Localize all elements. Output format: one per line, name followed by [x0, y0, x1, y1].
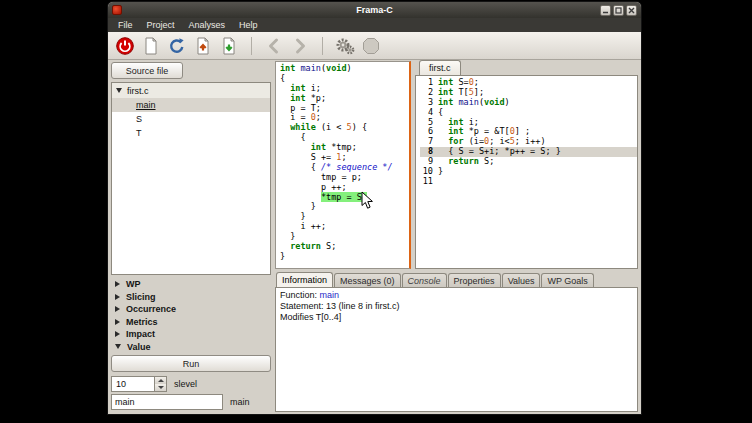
frama-c-window: Frama-C FileProjectAnalysesHelp Source: [108, 2, 641, 414]
window-controls: [600, 5, 637, 16]
slevel-value: 10: [112, 377, 154, 391]
info-line: Statement: 13 (line 8 in first.c): [280, 301, 633, 312]
spin-down-icon[interactable]: [155, 384, 166, 391]
stop-button[interactable]: [359, 34, 383, 58]
plugin-metrics[interactable]: Metrics: [111, 316, 271, 329]
source-code-panel[interactable]: 1int S=0;2int T[5];3int main(void)4{5 in…: [415, 75, 638, 269]
tree-item-s[interactable]: S: [112, 112, 270, 126]
source-view: first.c 1int S=0;2int T[5];3int main(voi…: [415, 60, 638, 269]
info-line: Function: main: [280, 290, 633, 301]
tab-information[interactable]: Information: [276, 272, 333, 287]
cil-code: int main(void){ int i; int *p; p = T; i …: [276, 62, 409, 262]
main-function-row: main: [111, 394, 271, 410]
menu-analyses[interactable]: Analyses: [182, 18, 233, 32]
information-panel[interactable]: Function: mainStatement: 13 (line 8 in f…: [275, 287, 638, 412]
tree-item-main[interactable]: main: [112, 98, 270, 112]
source-tab-label: first.c: [429, 63, 451, 73]
slevel-row: 10 slevel: [111, 376, 271, 392]
expander-icon[interactable]: [115, 294, 120, 300]
tab-first-c[interactable]: first.c: [419, 60, 461, 75]
menu-project[interactable]: Project: [140, 18, 182, 32]
code-line[interactable]: 11: [420, 177, 637, 187]
toolbar: [108, 32, 641, 60]
tab-values[interactable]: Values: [502, 273, 541, 287]
expander-icon[interactable]: [115, 344, 121, 349]
tab-messages-0[interactable]: Messages (0): [334, 273, 401, 287]
plugin-value[interactable]: Value: [111, 341, 271, 354]
expander-icon[interactable]: [115, 281, 120, 287]
bottom-tabs: InformationMessages (0)ConsoleProperties…: [275, 272, 638, 287]
reload-icon[interactable]: [165, 34, 189, 58]
code-line[interactable]: 9 return S;: [420, 157, 637, 167]
expander-icon[interactable]: [115, 306, 120, 312]
source-file-button[interactable]: Source file: [111, 62, 183, 79]
slevel-label: slevel: [174, 379, 197, 389]
run-button[interactable]: Run: [111, 355, 271, 372]
titlebar[interactable]: Frama-C: [108, 2, 641, 18]
tree-root-label: first.c: [127, 86, 149, 96]
cil-code-panel[interactable]: int main(void){ int i; int *p; p = T; i …: [275, 61, 411, 269]
toolbar-separator: [251, 37, 252, 55]
tab-console[interactable]: Console: [402, 273, 447, 287]
menu-help[interactable]: Help: [232, 18, 265, 32]
code-line[interactable]: return S;: [280, 242, 409, 252]
maximize-button[interactable]: [613, 5, 624, 16]
forward-button[interactable]: [288, 34, 312, 58]
desktop: Frama-C FileProjectAnalysesHelp Source: [0, 0, 752, 423]
mouse-cursor: [361, 191, 374, 210]
plugins-list: WPSlicingOccurrenceMetricsImpactValue: [111, 278, 271, 353]
tree-item-t[interactable]: T: [112, 126, 270, 140]
code-line[interactable]: 3int main(void): [420, 98, 637, 108]
source-code: 1int S=0;2int T[5];3int main(void)4{5 in…: [416, 76, 637, 187]
bottom-panel: InformationMessages (0)ConsoleProperties…: [275, 272, 638, 412]
expander-icon[interactable]: [115, 319, 120, 325]
analyses-gears-icon[interactable]: [333, 34, 357, 58]
code-line[interactable]: }: [280, 252, 409, 262]
close-button[interactable]: [626, 5, 637, 16]
expander-icon[interactable]: [115, 331, 120, 337]
file-tree[interactable]: first.c mainST: [111, 82, 271, 275]
quit-button[interactable]: [113, 34, 137, 58]
plugin-slicing[interactable]: Slicing: [111, 291, 271, 304]
info-line: Modifies T[0..4]: [280, 312, 633, 323]
main-function-label: main: [230, 397, 250, 407]
code-line[interactable]: int main(void): [280, 64, 409, 74]
plugin-impact[interactable]: Impact: [111, 328, 271, 341]
save-session-icon[interactable]: [217, 34, 241, 58]
tab-wp-goals[interactable]: WP Goals: [541, 273, 593, 287]
toolbar-separator: [322, 37, 323, 55]
plugin-wp[interactable]: WP: [111, 278, 271, 291]
menubar: FileProjectAnalysesHelp: [108, 18, 641, 32]
code-line[interactable]: i ++;: [280, 222, 409, 232]
spin-up-icon[interactable]: [155, 377, 166, 384]
window-title: Frama-C: [108, 5, 641, 15]
spinner-buttons: [154, 377, 166, 391]
code-line[interactable]: 10}: [420, 167, 637, 177]
left-panel: Source file first.c mainST WPSlicingOccu…: [111, 62, 271, 410]
app-icon[interactable]: [112, 5, 122, 15]
menu-file[interactable]: File: [111, 18, 140, 32]
new-file-icon[interactable]: [139, 34, 163, 58]
load-session-icon[interactable]: [191, 34, 215, 58]
tab-properties[interactable]: Properties: [448, 273, 501, 287]
expander-icon[interactable]: [116, 88, 122, 93]
main-content: Source file first.c mainST WPSlicingOccu…: [108, 60, 641, 414]
minimize-button[interactable]: [600, 5, 611, 16]
plugin-occurrence[interactable]: Occurrence: [111, 303, 271, 316]
tree-items: mainST: [112, 98, 270, 140]
back-button[interactable]: [262, 34, 286, 58]
tree-root-first-c[interactable]: first.c: [112, 83, 270, 98]
slevel-spinbox[interactable]: 10: [111, 376, 167, 392]
main-function-input[interactable]: [111, 394, 223, 410]
